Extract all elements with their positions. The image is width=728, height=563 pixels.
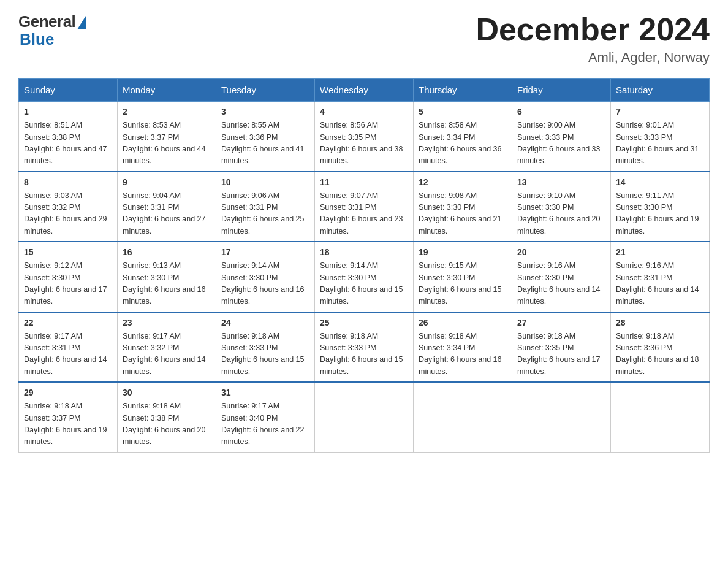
- day-number: 12: [419, 176, 507, 189]
- page-header: General Blue December 2024 Amli, Agder, …: [18, 12, 710, 66]
- day-info: Sunrise: 9:04 AMSunset: 3:31 PMDaylight:…: [123, 191, 206, 236]
- column-header-friday: Friday: [512, 79, 611, 102]
- day-number: 9: [123, 176, 211, 189]
- day-info: Sunrise: 9:06 AMSunset: 3:31 PMDaylight:…: [221, 191, 305, 236]
- calendar-cell: 16 Sunrise: 9:13 AMSunset: 3:30 PMDaylig…: [118, 242, 216, 312]
- calendar-cell: 4 Sunrise: 8:56 AMSunset: 3:35 PMDayligh…: [315, 102, 414, 172]
- calendar-header-row: SundayMondayTuesdayWednesdayThursdayFrid…: [19, 79, 710, 102]
- day-info: Sunrise: 9:16 AMSunset: 3:30 PMDaylight:…: [517, 261, 601, 305]
- calendar-cell: [315, 382, 414, 452]
- calendar-cell: 17 Sunrise: 9:14 AMSunset: 3:30 PMDaylig…: [216, 242, 315, 312]
- calendar-cell: 10 Sunrise: 9:06 AMSunset: 3:31 PMDaylig…: [216, 172, 315, 242]
- calendar-cell: 12 Sunrise: 9:08 AMSunset: 3:30 PMDaylig…: [414, 172, 512, 242]
- day-info: Sunrise: 8:58 AMSunset: 3:34 PMDaylight:…: [419, 121, 502, 165]
- column-header-tuesday: Tuesday: [216, 79, 315, 102]
- day-info: Sunrise: 9:18 AMSunset: 3:38 PMDaylight:…: [123, 402, 206, 446]
- day-info: Sunrise: 9:07 AMSunset: 3:31 PMDaylight:…: [320, 191, 403, 236]
- calendar-cell: 1 Sunrise: 8:51 AMSunset: 3:38 PMDayligh…: [19, 102, 118, 172]
- column-header-sunday: Sunday: [19, 79, 118, 102]
- calendar-cell: 30 Sunrise: 9:18 AMSunset: 3:38 PMDaylig…: [118, 382, 216, 452]
- logo-blue-text: Blue: [20, 30, 54, 49]
- day-info: Sunrise: 9:18 AMSunset: 3:35 PMDaylight:…: [517, 332, 601, 376]
- calendar-cell: 6 Sunrise: 9:00 AMSunset: 3:33 PMDayligh…: [512, 102, 611, 172]
- day-info: Sunrise: 9:03 AMSunset: 3:32 PMDaylight:…: [24, 191, 107, 236]
- calendar-cell: 3 Sunrise: 8:55 AMSunset: 3:36 PMDayligh…: [216, 102, 315, 172]
- calendar-cell: 26 Sunrise: 9:18 AMSunset: 3:34 PMDaylig…: [414, 312, 512, 383]
- calendar-cell: 28 Sunrise: 9:18 AMSunset: 3:36 PMDaylig…: [611, 312, 710, 383]
- day-info: Sunrise: 9:01 AMSunset: 3:33 PMDaylight:…: [616, 121, 699, 165]
- column-header-saturday: Saturday: [611, 79, 710, 102]
- calendar-cell: [414, 382, 512, 452]
- day-number: 11: [320, 176, 408, 189]
- day-number: 28: [616, 316, 704, 329]
- logo-general-text: General: [18, 12, 75, 31]
- calendar-cell: 25 Sunrise: 9:18 AMSunset: 3:33 PMDaylig…: [315, 312, 414, 383]
- day-number: 26: [419, 316, 507, 329]
- day-number: 14: [616, 176, 704, 189]
- calendar-cell: 2 Sunrise: 8:53 AMSunset: 3:37 PMDayligh…: [118, 102, 216, 172]
- day-info: Sunrise: 8:56 AMSunset: 3:35 PMDaylight:…: [320, 121, 403, 165]
- day-info: Sunrise: 9:16 AMSunset: 3:31 PMDaylight:…: [616, 261, 699, 305]
- day-number: 4: [320, 105, 408, 118]
- calendar-cell: [611, 382, 710, 452]
- day-number: 29: [24, 386, 112, 399]
- day-info: Sunrise: 9:18 AMSunset: 3:37 PMDaylight:…: [24, 402, 107, 446]
- day-number: 27: [517, 316, 605, 329]
- day-number: 21: [616, 246, 704, 259]
- day-info: Sunrise: 9:14 AMSunset: 3:30 PMDaylight:…: [320, 261, 403, 305]
- calendar-week-row: 15 Sunrise: 9:12 AMSunset: 3:30 PMDaylig…: [19, 242, 710, 312]
- day-info: Sunrise: 9:00 AMSunset: 3:33 PMDaylight:…: [517, 121, 601, 165]
- day-number: 2: [123, 105, 211, 118]
- calendar-week-row: 22 Sunrise: 9:17 AMSunset: 3:31 PMDaylig…: [19, 312, 710, 383]
- day-number: 31: [221, 386, 309, 399]
- day-info: Sunrise: 9:11 AMSunset: 3:30 PMDaylight:…: [616, 191, 699, 236]
- day-info: Sunrise: 9:08 AMSunset: 3:30 PMDaylight:…: [419, 191, 502, 236]
- day-number: 16: [123, 246, 211, 259]
- day-info: Sunrise: 9:10 AMSunset: 3:30 PMDaylight:…: [517, 191, 601, 236]
- day-number: 22: [24, 316, 112, 329]
- calendar-cell: 20 Sunrise: 9:16 AMSunset: 3:30 PMDaylig…: [512, 242, 611, 312]
- day-info: Sunrise: 9:18 AMSunset: 3:34 PMDaylight:…: [419, 332, 502, 376]
- calendar-cell: 7 Sunrise: 9:01 AMSunset: 3:33 PMDayligh…: [611, 102, 710, 172]
- calendar-cell: 14 Sunrise: 9:11 AMSunset: 3:30 PMDaylig…: [611, 172, 710, 242]
- day-info: Sunrise: 9:13 AMSunset: 3:30 PMDaylight:…: [123, 261, 206, 305]
- calendar-cell: 5 Sunrise: 8:58 AMSunset: 3:34 PMDayligh…: [414, 102, 512, 172]
- day-number: 5: [419, 105, 507, 118]
- calendar-week-row: 1 Sunrise: 8:51 AMSunset: 3:38 PMDayligh…: [19, 102, 710, 172]
- day-info: Sunrise: 9:17 AMSunset: 3:31 PMDaylight:…: [24, 332, 107, 376]
- column-header-monday: Monday: [118, 79, 216, 102]
- day-number: 10: [221, 176, 309, 189]
- day-info: Sunrise: 9:14 AMSunset: 3:30 PMDaylight:…: [221, 261, 305, 305]
- calendar-cell: 19 Sunrise: 9:15 AMSunset: 3:30 PMDaylig…: [414, 242, 512, 312]
- day-number: 17: [221, 246, 309, 259]
- day-number: 15: [24, 246, 112, 259]
- calendar-cell: 8 Sunrise: 9:03 AMSunset: 3:32 PMDayligh…: [19, 172, 118, 242]
- day-info: Sunrise: 8:53 AMSunset: 3:37 PMDaylight:…: [123, 121, 206, 165]
- calendar-cell: 22 Sunrise: 9:17 AMSunset: 3:31 PMDaylig…: [19, 312, 118, 383]
- calendar-cell: 29 Sunrise: 9:18 AMSunset: 3:37 PMDaylig…: [19, 382, 118, 452]
- calendar-cell: 15 Sunrise: 9:12 AMSunset: 3:30 PMDaylig…: [19, 242, 118, 312]
- day-info: Sunrise: 8:55 AMSunset: 3:36 PMDaylight:…: [221, 121, 305, 165]
- day-number: 25: [320, 316, 408, 329]
- day-number: 7: [616, 105, 704, 118]
- day-info: Sunrise: 9:18 AMSunset: 3:36 PMDaylight:…: [616, 332, 699, 376]
- day-info: Sunrise: 9:17 AMSunset: 3:32 PMDaylight:…: [123, 332, 206, 376]
- calendar-week-row: 8 Sunrise: 9:03 AMSunset: 3:32 PMDayligh…: [19, 172, 710, 242]
- day-info: Sunrise: 9:18 AMSunset: 3:33 PMDaylight:…: [320, 332, 403, 376]
- logo: General Blue: [18, 12, 86, 49]
- title-section: December 2024 Amli, Agder, Norway: [476, 12, 710, 66]
- calendar-cell: [512, 382, 611, 452]
- day-number: 30: [123, 386, 211, 399]
- day-info: Sunrise: 9:17 AMSunset: 3:40 PMDaylight:…: [221, 402, 305, 446]
- calendar-week-row: 29 Sunrise: 9:18 AMSunset: 3:37 PMDaylig…: [19, 382, 710, 452]
- day-number: 8: [24, 176, 112, 189]
- calendar-cell: 27 Sunrise: 9:18 AMSunset: 3:35 PMDaylig…: [512, 312, 611, 383]
- calendar-cell: 23 Sunrise: 9:17 AMSunset: 3:32 PMDaylig…: [118, 312, 216, 383]
- month-title: December 2024: [476, 12, 710, 47]
- day-number: 1: [24, 105, 112, 118]
- day-info: Sunrise: 9:18 AMSunset: 3:33 PMDaylight:…: [221, 332, 305, 376]
- day-number: 20: [517, 246, 605, 259]
- calendar-cell: 21 Sunrise: 9:16 AMSunset: 3:31 PMDaylig…: [611, 242, 710, 312]
- column-header-wednesday: Wednesday: [315, 79, 414, 102]
- day-number: 6: [517, 105, 605, 118]
